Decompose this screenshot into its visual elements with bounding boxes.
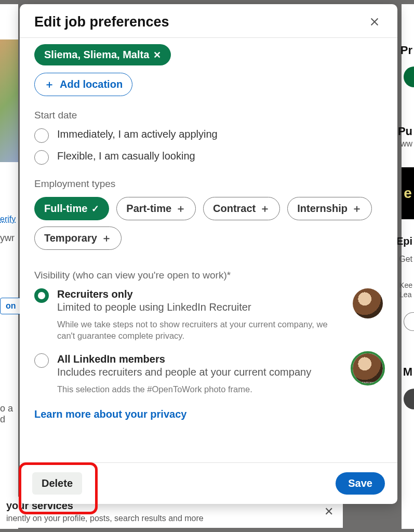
add-location-row: ＋ Add location xyxy=(34,73,383,96)
plus-icon: ＋ xyxy=(352,202,362,216)
bg-on-button: on xyxy=(0,298,22,314)
visibility-option-recruiters-only[interactable]: Recruiters only Limited to people using … xyxy=(34,288,383,342)
bg-get-text: Get xyxy=(399,255,412,264)
privacy-link[interactable]: Learn more about your privacy xyxy=(34,408,186,420)
visibility-label: Visibility (who can view you're open to … xyxy=(34,270,383,281)
employment-chip-temporary[interactable]: Temporary ＋ xyxy=(34,227,122,250)
visibility-option-title: All LinkedIn members xyxy=(57,353,344,365)
edit-job-preferences-modal: Edit job preferences Sliema, Sliema, Mal… xyxy=(20,4,397,504)
visibility-option-content: All LinkedIn members Includes recruiters… xyxy=(57,353,344,395)
location-chip-label: Sliema, Sliema, Malta xyxy=(44,49,149,61)
locations-row: Sliema, Sliema, Malta ✕ xyxy=(34,44,383,65)
bg-black-letter: e xyxy=(404,185,412,202)
bg-green-circle xyxy=(404,66,414,87)
modal-body[interactable]: Sliema, Sliema, Malta ✕ ＋ Add location S… xyxy=(20,38,397,462)
close-button[interactable] xyxy=(366,14,383,30)
check-icon: ✓ xyxy=(91,203,99,215)
visibility-option-desc: Includes recruiters and people at your c… xyxy=(57,366,344,378)
radio-icon[interactable] xyxy=(34,150,49,165)
bg-pu-text: Pu xyxy=(398,125,412,138)
bg-ywr-text: ywr xyxy=(0,233,15,244)
modal-header: Edit job preferences xyxy=(20,4,397,38)
start-date-option-label: Flexible, I am casually looking xyxy=(57,150,195,162)
employment-chip-full-time[interactable]: Full-time ✓ xyxy=(34,197,109,220)
delete-button[interactable]: Delete xyxy=(32,472,82,495)
start-date-option-label: Immediately, I am actively applying xyxy=(57,128,218,140)
visibility-option-title: Recruiters only xyxy=(57,288,344,300)
visibility-option-note: While we take steps not to show recruite… xyxy=(57,318,344,342)
employment-chip-label: Full-time xyxy=(44,203,87,215)
services-close-icon[interactable]: ✕ xyxy=(324,505,333,518)
bg-pr-text: Pr xyxy=(400,44,412,57)
plus-icon: ＋ xyxy=(44,77,55,91)
radio-icon[interactable] xyxy=(34,353,49,368)
save-button[interactable]: Save xyxy=(336,472,385,495)
start-date-label: Start date xyxy=(34,110,383,121)
avatar-preview xyxy=(353,288,383,318)
close-icon xyxy=(369,16,380,28)
employment-chip-label: Temporary xyxy=(44,232,97,244)
services-sub: inently on your profile, posts, search r… xyxy=(6,514,337,523)
bg-ww-text: ww xyxy=(400,139,412,149)
start-date-option-immediately[interactable]: Immediately, I am actively applying xyxy=(34,128,383,143)
bg-gray-circle xyxy=(404,389,414,409)
bg-black-box: e xyxy=(402,167,414,219)
bg-m-text: M xyxy=(403,365,412,379)
visibility-option-content: Recruiters only Limited to people using … xyxy=(57,288,344,342)
plus-icon: ＋ xyxy=(260,202,270,216)
radio-icon[interactable] xyxy=(34,128,49,143)
employment-chip-label: Contract xyxy=(213,203,256,215)
employment-chip-internship[interactable]: Internship ＋ xyxy=(287,197,372,220)
profile-photo-fragment xyxy=(0,39,18,162)
location-chip-sliema[interactable]: Sliema, Sliema, Malta ✕ xyxy=(34,44,171,65)
modal-title: Edit job preferences xyxy=(34,14,169,30)
visibility-option-desc: Limited to people using LinkedIn Recruit… xyxy=(57,301,344,313)
bg-outline-button-fragment xyxy=(404,312,414,331)
visibility-option-all-members[interactable]: All LinkedIn members Includes recruiters… xyxy=(34,353,383,395)
plus-icon: ＋ xyxy=(101,231,112,245)
start-date-option-flexible[interactable]: Flexible, I am casually looking xyxy=(34,150,383,165)
bg-oad-text: o a d xyxy=(0,403,18,425)
background-left-panel: erify ywr on o a d xyxy=(0,4,18,529)
employment-types-label: Employment types xyxy=(34,178,383,190)
bg-kee-text: Kee Lea xyxy=(399,281,412,299)
visibility-option-note: This selection adds the #OpenToWork phot… xyxy=(57,383,344,395)
employment-chip-contract[interactable]: Contract ＋ xyxy=(203,197,280,220)
employment-types-row: Full-time ✓ Part-time ＋ Contract ＋ Inter… xyxy=(34,197,383,250)
add-location-label: Add location xyxy=(60,78,123,90)
modal-footer: Delete Save xyxy=(20,462,397,504)
plus-icon: ＋ xyxy=(176,202,186,216)
avatar-preview-open-to-work xyxy=(353,353,383,383)
bg-epi-text: Epi xyxy=(396,235,412,247)
employment-chip-part-time[interactable]: Part-time ＋ xyxy=(116,197,196,220)
radio-icon[interactable] xyxy=(34,288,49,303)
add-location-button[interactable]: ＋ Add location xyxy=(34,73,132,96)
remove-icon[interactable]: ✕ xyxy=(153,49,161,61)
employment-chip-label: Part-time xyxy=(126,203,171,215)
background-right-panel: Pr Pu ww e Epi Get Kee Lea M xyxy=(402,4,414,529)
bg-verify-text: erify xyxy=(0,215,16,224)
employment-chip-label: Internship xyxy=(297,203,348,215)
